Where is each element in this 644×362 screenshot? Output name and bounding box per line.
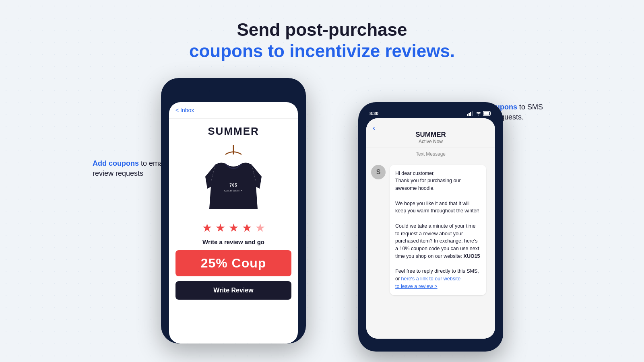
- sms-active-status: Active Now: [419, 139, 443, 144]
- sms-status-icons: [467, 111, 492, 116]
- coupon-text: 25% Coup: [201, 256, 266, 270]
- email-inbox-bar: < Inbox: [169, 102, 298, 119]
- phone-email-screen: < Inbox SUMMER: [169, 102, 298, 343]
- star-3: ★: [229, 221, 239, 234]
- svg-rect-8: [484, 112, 489, 115]
- svg-rect-3: [467, 114, 468, 116]
- sms-screen: ‹ SUMMER Active Now Text Message S Hi de…: [366, 118, 495, 339]
- write-review-button[interactable]: Write Review: [175, 281, 291, 300]
- header-line1: Send post-purchase: [189, 19, 455, 41]
- sms-brand-name: SUMMER: [415, 131, 446, 139]
- write-review-text: Write a review and go: [198, 239, 268, 245]
- sms-avatar: S: [371, 165, 386, 179]
- battery-icon: [483, 111, 492, 116]
- svg-rect-6: [472, 111, 473, 116]
- sms-messages: S Hi dear customer,Thank you for purchas…: [366, 160, 495, 339]
- sms-label: Text Message: [366, 148, 495, 160]
- star-5: ★: [255, 221, 265, 234]
- sms-header: ‹ SUMMER Active Now: [366, 118, 495, 148]
- star-1: ★: [202, 221, 212, 234]
- signal-icon: [467, 111, 474, 116]
- star-2: ★: [215, 221, 225, 234]
- header: Send post-purchase coupons to incentiviz…: [189, 19, 455, 62]
- wifi-icon: [476, 111, 481, 116]
- content-area: Add coupons to emailreview requests Add …: [101, 78, 543, 360]
- email-inbox-back: < Inbox: [175, 107, 194, 113]
- page-wrapper: Send post-purchase coupons to incentiviz…: [0, 0, 644, 362]
- svg-rect-4: [469, 113, 470, 116]
- sms-message-row: S Hi dear customer,Thank you for purchas…: [371, 165, 490, 295]
- email-brand: SUMMER: [208, 125, 259, 138]
- sms-notch-area: 8:30: [366, 110, 495, 117]
- phone-sms: 8:30: [358, 102, 503, 352]
- sms-bubble: Hi dear customer,Thank you for purchasin…: [390, 165, 486, 295]
- phone-email: < Inbox SUMMER: [161, 78, 306, 343]
- coupon-banner: 25% Coup: [175, 250, 291, 276]
- header-line2: coupons to incentivize reviews.: [189, 41, 455, 62]
- svg-rect-5: [470, 112, 471, 116]
- sms-greeting: Hi dear customer,Thank you for purchasin…: [395, 171, 480, 289]
- svg-text:705: 705: [229, 183, 237, 187]
- sms-time: 8:30: [369, 111, 378, 116]
- email-product-image: 705 CALIFORNIA: [201, 142, 266, 215]
- svg-text:CALIFORNIA: CALIFORNIA: [224, 189, 243, 192]
- sms-back-button[interactable]: ‹: [373, 123, 376, 132]
- phone-email-notch: [209, 86, 258, 97]
- stars-row: ★ ★ ★ ★ ★: [202, 221, 265, 234]
- star-4: ★: [242, 221, 252, 234]
- left-callout-highlight: Add coupons: [93, 159, 139, 167]
- sms-link[interactable]: here's a link to our websiteto leave a r…: [395, 276, 460, 289]
